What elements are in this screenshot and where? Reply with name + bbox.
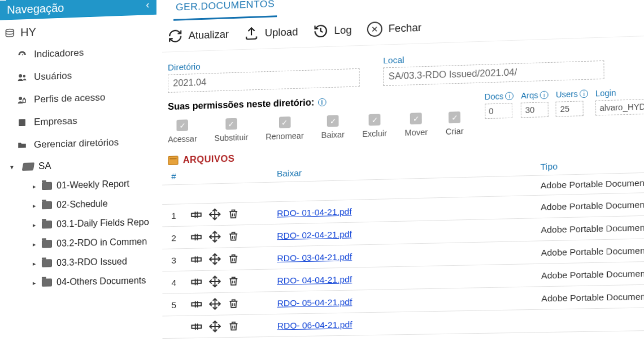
file-type: Adobe Portable Document bbox=[536, 192, 644, 218]
folder-manage-icon bbox=[17, 140, 27, 151]
check-icon: ✓ bbox=[177, 119, 188, 131]
sidebar-item-label: Usuários bbox=[34, 70, 72, 83]
move-icon[interactable] bbox=[208, 320, 221, 333]
location-input[interactable] bbox=[383, 61, 604, 86]
folder-icon bbox=[42, 259, 52, 267]
stat-login: Login bbox=[595, 87, 644, 115]
stat-label: Usersi bbox=[556, 89, 588, 99]
tree-item-label: 03.2-RDO in Commen bbox=[56, 236, 147, 249]
sidebar-item-label: Perfis de acesso bbox=[34, 92, 105, 105]
close-button[interactable]: ✕ Fechar bbox=[367, 20, 421, 37]
delete-icon[interactable] bbox=[227, 320, 240, 333]
key-icon bbox=[17, 95, 27, 106]
rename-icon[interactable] bbox=[190, 253, 203, 266]
file-type bbox=[537, 307, 644, 333]
perm-acessar: ✓Acessar bbox=[168, 119, 197, 144]
check-icon: ✓ bbox=[410, 113, 422, 124]
svg-rect-5 bbox=[19, 119, 25, 126]
row-index bbox=[162, 316, 185, 338]
rename-icon[interactable] bbox=[190, 298, 203, 311]
button-label: Atualizar bbox=[189, 28, 229, 42]
file-type: Adobe Portable Document bbox=[536, 172, 644, 195]
tab-ger-documentos[interactable]: GER.DOCUMENTOS bbox=[173, 0, 277, 21]
perm-substituir: ✓Substituir bbox=[214, 118, 248, 143]
delete-icon[interactable] bbox=[227, 252, 240, 265]
caret-down-icon: ▾ bbox=[10, 163, 18, 171]
file-link[interactable]: RDO- 02-04-21.pdf bbox=[277, 229, 351, 240]
col-actions bbox=[185, 165, 272, 184]
building-icon bbox=[17, 118, 27, 128]
row-index: 2 bbox=[162, 226, 185, 249]
upload-button[interactable]: Upload bbox=[244, 24, 298, 41]
button-label: Upload bbox=[265, 26, 298, 39]
perm-excluir: ✓Excluir bbox=[362, 114, 387, 139]
rename-icon[interactable] bbox=[190, 275, 203, 288]
check-icon: ✓ bbox=[225, 118, 237, 130]
caret-right-icon: ▸ bbox=[33, 221, 36, 228]
stat-users: Usersi bbox=[556, 89, 589, 116]
refresh-button[interactable]: Atualizar bbox=[168, 27, 229, 44]
row-index: 3 bbox=[162, 249, 185, 271]
svg-rect-7 bbox=[192, 235, 201, 239]
collapse-sidebar-icon[interactable]: ‹ bbox=[146, 0, 149, 11]
users-icon bbox=[17, 72, 27, 83]
folder-open-icon bbox=[22, 162, 35, 171]
tree-item[interactable]: ▸03.3-RDO Issued bbox=[0, 251, 156, 274]
stats-block: Docsi Arqsi Usersi Login bbox=[485, 87, 644, 119]
svg-point-1 bbox=[19, 74, 22, 77]
rename-icon[interactable] bbox=[190, 231, 203, 244]
caret-right-icon: ▸ bbox=[33, 240, 36, 248]
login-input[interactable] bbox=[595, 98, 644, 115]
directory-input[interactable] bbox=[168, 68, 360, 93]
perm-mover: ✓Mover bbox=[404, 113, 428, 137]
tree-item[interactable]: ▸04-Others Documents bbox=[0, 271, 156, 293]
sidebar: Navegação ‹ HY Indicadores Usuários P bbox=[0, 0, 156, 354]
svg-point-3 bbox=[19, 97, 22, 100]
delete-icon[interactable] bbox=[227, 275, 240, 288]
info-icon[interactable]: i bbox=[540, 91, 549, 100]
svg-point-2 bbox=[23, 75, 25, 77]
gauge-icon bbox=[17, 50, 27, 61]
rename-icon[interactable] bbox=[190, 208, 203, 221]
log-button[interactable]: Log bbox=[313, 23, 352, 39]
perm-label: Mover bbox=[404, 127, 428, 137]
file-link[interactable]: RDO- 01-04-21.pdf bbox=[277, 206, 351, 218]
info-icon[interactable]: i bbox=[580, 89, 588, 98]
caret-right-icon: ▸ bbox=[33, 279, 36, 286]
move-icon[interactable] bbox=[208, 253, 221, 266]
move-icon[interactable] bbox=[208, 275, 221, 288]
move-icon[interactable] bbox=[208, 208, 221, 221]
nav-title: Navegação bbox=[7, 2, 64, 17]
folder-icon bbox=[42, 182, 52, 191]
caret-right-icon: ▸ bbox=[33, 260, 36, 267]
info-icon[interactable]: i bbox=[318, 98, 327, 107]
file-type: Adobe Portable Document bbox=[536, 215, 644, 241]
arqs-input[interactable] bbox=[521, 102, 549, 118]
file-link[interactable]: RDO- 03-04-21.pdf bbox=[277, 251, 351, 262]
file-type: Adobe Portable Document bbox=[537, 284, 644, 309]
stat-label: Login bbox=[595, 87, 644, 98]
col-tipo[interactable]: Tipo bbox=[536, 155, 644, 176]
file-link[interactable]: RDO- 05-04-21.pdf bbox=[277, 296, 353, 308]
info-icon[interactable]: i bbox=[506, 92, 514, 100]
docs-input[interactable] bbox=[485, 103, 512, 119]
delete-icon[interactable] bbox=[227, 230, 240, 243]
tree-item-label: 02-Schedule bbox=[56, 198, 108, 210]
svg-rect-11 bbox=[192, 325, 201, 329]
users-input[interactable] bbox=[556, 101, 584, 116]
perm-label: Substituir bbox=[214, 133, 248, 143]
move-icon[interactable] bbox=[208, 230, 221, 243]
move-icon[interactable] bbox=[208, 297, 221, 310]
caret-right-icon: ▸ bbox=[33, 183, 36, 190]
file-link[interactable]: RDO- 06-04-21.pdf bbox=[277, 319, 353, 330]
tree-item-label: 03.3-RDO Issued bbox=[56, 256, 127, 268]
button-label: Fechar bbox=[388, 21, 421, 34]
delete-icon[interactable] bbox=[227, 208, 240, 221]
file-link[interactable]: RDO- 04-04-21.pdf bbox=[277, 274, 353, 285]
rename-icon[interactable] bbox=[190, 320, 203, 333]
delete-icon[interactable] bbox=[227, 297, 240, 310]
permissions-title: Suas permissões neste diretório: i bbox=[168, 93, 467, 112]
row-index: 5 bbox=[162, 293, 185, 316]
col-index[interactable]: # bbox=[162, 167, 185, 185]
tree-item-label: 04-Others Documents bbox=[56, 275, 146, 287]
